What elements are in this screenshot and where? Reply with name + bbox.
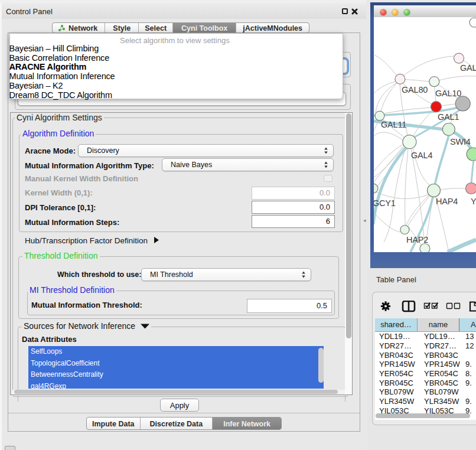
svg-text:GAL11: GAL11 bbox=[381, 120, 406, 129]
svg-text:GAL10: GAL10 bbox=[435, 89, 461, 98]
svg-text:HAP2: HAP2 bbox=[406, 235, 428, 244]
svg-text:GAL80: GAL80 bbox=[402, 85, 428, 94]
svg-text:GAL: GAL bbox=[460, 63, 476, 73]
svg-text:Y: Y bbox=[471, 197, 476, 206]
svg-text:HAP4: HAP4 bbox=[436, 197, 458, 206]
svg-text:SWI4: SWI4 bbox=[450, 137, 471, 146]
svg-text:GAL1: GAL1 bbox=[438, 112, 459, 122]
svg-text:GAL4: GAL4 bbox=[411, 151, 432, 160]
svg-text:GCY1: GCY1 bbox=[374, 198, 396, 208]
